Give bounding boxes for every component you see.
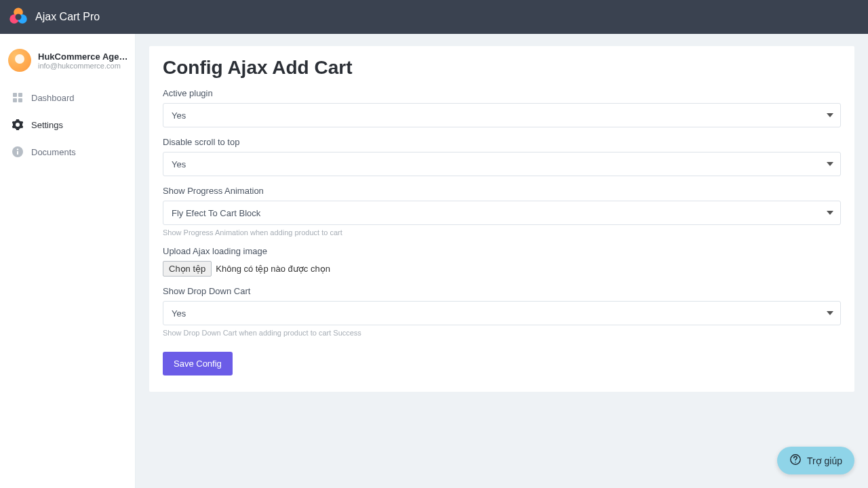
select-show-dropdown[interactable]: Yes [163,301,841,325]
user-email: info@hukcommerce.com [38,62,133,70]
svg-point-12 [795,462,796,463]
app-title: Ajax Cart Pro [35,11,100,23]
dashboard-icon [12,92,23,103]
svg-rect-7 [18,98,22,102]
field-upload-image: Upload Ajax loading image Chọn tệp Không… [163,246,841,277]
sidebar-item-settings[interactable]: Settings [0,111,135,138]
help-show-dropdown: Show Drop Down Cart when adding product … [163,329,841,337]
app-logo-icon [8,7,28,27]
user-name: HukCommerce Agenc... [38,52,133,62]
topbar: Ajax Cart Pro [0,0,868,34]
svg-point-10 [17,148,18,150]
config-card: Config Ajax Add Cart Active plugin Yes D… [149,46,854,392]
field-show-dropdown: Show Drop Down Cart Yes Show Drop Down C… [163,286,841,337]
field-active-plugin: Active plugin Yes [163,88,841,127]
svg-rect-9 [17,151,18,155]
gear-icon [12,119,23,130]
svg-rect-5 [18,93,22,97]
file-selected-text: Không có tệp nào được chọn [216,264,330,274]
sidebar-item-label: Documents [31,147,76,157]
svg-point-3 [16,14,22,20]
help-button[interactable]: Trợ giúp [777,447,854,474]
help-icon [789,453,807,468]
page-title: Config Ajax Add Cart [163,57,841,79]
avatar [8,49,31,72]
label-disable-scroll: Disable scroll to top [163,137,841,147]
select-active-plugin[interactable]: Yes [163,103,841,127]
label-progress-animation: Show Progress Animation [163,186,841,196]
info-icon [12,146,23,157]
help-progress-animation: Show Progress Animation when adding prod… [163,228,841,237]
user-block: HukCommerce Agenc... info@hukcommerce.co… [0,41,135,84]
sidebar: HukCommerce Agenc... info@hukcommerce.co… [0,34,136,488]
main-content: Config Ajax Add Cart Active plugin Yes D… [136,34,868,488]
field-progress-animation: Show Progress Animation Fly Efect To Car… [163,186,841,237]
file-choose-button[interactable]: Chọn tệp [163,261,212,277]
select-disable-scroll[interactable]: Yes [163,152,841,176]
sidebar-item-documents[interactable]: Documents [0,138,135,165]
field-disable-scroll: Disable scroll to top Yes [163,137,841,176]
select-progress-animation[interactable]: Fly Efect To Cart Block [163,201,841,225]
label-show-dropdown: Show Drop Down Cart [163,286,841,296]
label-active-plugin: Active plugin [163,88,841,98]
svg-rect-6 [13,98,17,102]
label-upload-image: Upload Ajax loading image [163,246,841,256]
sidebar-item-dashboard[interactable]: Dashboard [0,84,135,111]
svg-rect-4 [13,93,17,97]
sidebar-item-label: Settings [31,120,63,130]
sidebar-item-label: Dashboard [31,93,75,103]
help-label: Trợ giúp [807,455,842,466]
save-config-button[interactable]: Save Config [163,352,233,375]
